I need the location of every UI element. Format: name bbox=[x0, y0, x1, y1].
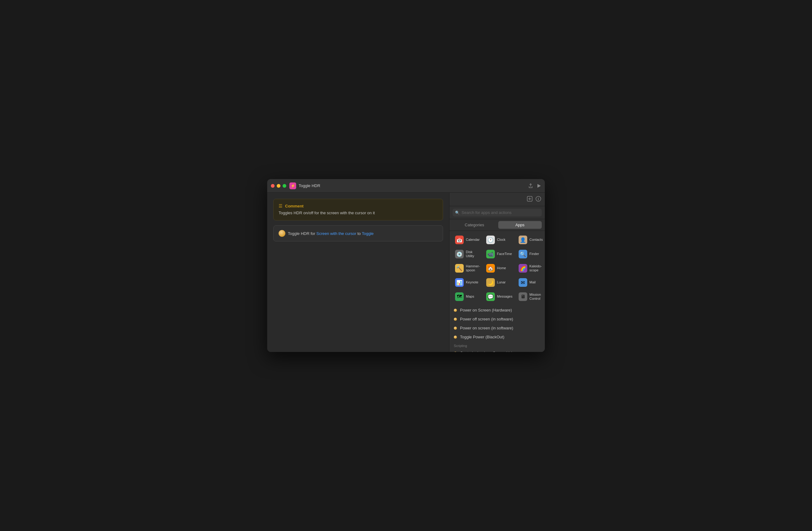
app-cell-label: Maps bbox=[466, 294, 474, 298]
app-cell-label: Home bbox=[497, 266, 506, 270]
actions-list: Power on Screen (Hardware)Power off scre… bbox=[450, 306, 545, 352]
app-cell-label: Mission Control bbox=[530, 293, 543, 301]
app-cell-lunar[interactable]: 🌙 Lunar bbox=[484, 276, 515, 289]
app-cell-finder[interactable]: 🔍 Finder bbox=[516, 248, 545, 261]
app-cell-label: FaceTime bbox=[497, 252, 512, 256]
app-icon-Kaleido-scope: 🌈 bbox=[519, 264, 527, 273]
svg-marker-0 bbox=[537, 184, 541, 188]
right-titlebar bbox=[450, 193, 545, 206]
action-list-item[interactable]: Control a boolean Screen Value bbox=[450, 349, 545, 352]
comment-label: Comment bbox=[285, 204, 304, 208]
search-bar: 🔍 bbox=[450, 206, 545, 219]
app-cell-keynote[interactable]: 📊 Keynote bbox=[453, 276, 482, 289]
action-list-item[interactable]: Power on Screen (Hardware) bbox=[450, 306, 545, 315]
app-icon-Finder: 🔍 bbox=[519, 250, 527, 258]
action-dot bbox=[454, 309, 457, 312]
app-cell-facetime[interactable]: 📹 FaceTime bbox=[484, 248, 515, 261]
app-icon-Maps: 🗺 bbox=[455, 292, 464, 301]
right-panel: 🔍 Categories Apps 📅 Calendar 🕐 Clock 👤 C… bbox=[449, 193, 545, 352]
app-cell-label: Kaleido-scope bbox=[530, 264, 543, 272]
app-cell-messages[interactable]: 💬 Messages bbox=[484, 290, 515, 303]
app-icon-Mission Control: 🖥 bbox=[519, 292, 527, 301]
info-button[interactable] bbox=[536, 196, 541, 203]
action-item-label: Toggle Power (BlackOut) bbox=[460, 335, 504, 339]
app-icon-FaceTime: 📹 bbox=[486, 250, 495, 258]
app-cell-calendar[interactable]: 📅 Calendar bbox=[453, 233, 482, 246]
run-button[interactable] bbox=[537, 184, 541, 188]
app-cell-mail[interactable]: ✉ Mail bbox=[516, 276, 545, 289]
comment-icon: ☰ bbox=[279, 204, 282, 208]
app-cell-label: Contacts bbox=[530, 238, 543, 242]
action-list-item[interactable]: Toggle Power (BlackOut) bbox=[450, 333, 545, 341]
fullscreen-button[interactable] bbox=[282, 184, 286, 188]
comment-block: ☰ Comment Toggles HDR on/off for the scr… bbox=[273, 199, 443, 221]
window-title: Toggle HDR bbox=[299, 183, 528, 188]
main-window: ⚡ Toggle HDR ☰ Comment Toggles HDR on/of… bbox=[267, 179, 545, 352]
comment-header: ☰ Comment bbox=[279, 204, 438, 208]
action-item-label: Power on screen (in software) bbox=[460, 326, 513, 330]
action-dot bbox=[454, 336, 457, 339]
minimize-button[interactable] bbox=[277, 184, 280, 188]
apps-grid: 📅 Calendar 🕐 Clock 👤 Contacts 💿 Disk Uti… bbox=[450, 231, 545, 306]
search-input-wrap[interactable]: 🔍 bbox=[453, 209, 542, 216]
action-list-item[interactable]: Power off screen (in software) bbox=[450, 315, 545, 323]
app-icon: ⚡ bbox=[289, 182, 296, 189]
section-label: Scripting bbox=[450, 341, 545, 349]
app-cell-hammer-spoon[interactable]: 🔨 Hammer-spoon bbox=[453, 262, 482, 275]
app-cell-contacts[interactable]: 👤 Contacts bbox=[516, 233, 545, 246]
action-item-label: Power off screen (in software) bbox=[460, 317, 513, 321]
app-cell-label: Hammer-spoon bbox=[466, 264, 480, 272]
action-list-item[interactable]: Power on screen (in software) bbox=[450, 323, 545, 333]
app-cell-label: Finder bbox=[530, 252, 539, 256]
app-cell-label: Keynote bbox=[466, 280, 478, 284]
share-button[interactable] bbox=[528, 183, 533, 188]
action-description: Toggle HDR for Screen with the cursor to… bbox=[288, 231, 374, 236]
app-icon-Lunar: 🌙 bbox=[486, 278, 495, 287]
action-text-before: Toggle HDR for bbox=[288, 231, 315, 236]
app-cell-label: Clock bbox=[497, 238, 506, 242]
screen-cursor-link[interactable]: Screen with the cursor bbox=[317, 231, 356, 236]
app-cell-maps[interactable]: 🗺 Maps bbox=[453, 290, 482, 303]
app-cell-kaleido-scope[interactable]: 🌈 Kaleido-scope bbox=[516, 262, 545, 275]
app-icon-Keynote: 📊 bbox=[455, 278, 464, 287]
content-area: ☰ Comment Toggles HDR on/off for the scr… bbox=[267, 193, 545, 352]
action-dot bbox=[454, 352, 457, 352]
app-cell-label: Mail bbox=[530, 280, 536, 284]
app-icon-Hammer-spoon: 🔨 bbox=[455, 264, 464, 273]
app-cell-clock[interactable]: 🕐 Clock bbox=[484, 233, 515, 246]
app-icon-Contacts: 👤 bbox=[519, 236, 527, 244]
main-panel: ☰ Comment Toggles HDR on/off for the scr… bbox=[267, 193, 449, 352]
search-input[interactable] bbox=[462, 210, 539, 215]
titlebar: ⚡ Toggle HDR bbox=[267, 179, 545, 193]
add-action-button[interactable] bbox=[527, 196, 533, 203]
action-item-label: Control a boolean Screen Value bbox=[460, 351, 517, 352]
app-cell-mission-control[interactable]: 🖥 Mission Control bbox=[516, 290, 545, 303]
search-icon: 🔍 bbox=[455, 211, 460, 215]
toggle-link[interactable]: Toggle bbox=[362, 231, 374, 236]
action-dot bbox=[454, 327, 457, 330]
tabs: Categories Apps bbox=[450, 219, 545, 231]
app-icon-Messages: 💬 bbox=[486, 292, 495, 301]
app-icon-Home: 🏠 bbox=[486, 264, 495, 273]
app-cell-label: Messages bbox=[497, 294, 512, 298]
comment-text: Toggles HDR on/off for the screen with t… bbox=[279, 210, 438, 216]
app-cell-disk-utility[interactable]: 💿 Disk Utility bbox=[453, 248, 482, 261]
app-icon-Disk Utility: 💿 bbox=[455, 250, 464, 258]
action-item-label: Power on Screen (Hardware) bbox=[460, 308, 512, 312]
tab-categories[interactable]: Categories bbox=[453, 221, 496, 229]
traffic-lights bbox=[271, 184, 286, 188]
tab-apps[interactable]: Apps bbox=[498, 221, 542, 229]
app-cell-label: Calendar bbox=[466, 238, 480, 242]
app-cell-label: Disk Utility bbox=[466, 250, 480, 258]
action-block: Toggle HDR for Screen with the cursor to… bbox=[273, 225, 443, 241]
toggle-hdr-icon bbox=[279, 230, 285, 237]
titlebar-actions bbox=[528, 183, 541, 188]
action-dot bbox=[454, 318, 457, 321]
app-icon-Mail: ✉ bbox=[519, 278, 527, 287]
app-cell-home[interactable]: 🏠 Home bbox=[484, 262, 515, 275]
app-icon-Calendar: 📅 bbox=[455, 236, 464, 244]
close-button[interactable] bbox=[271, 184, 275, 188]
app-icon-Clock: 🕐 bbox=[486, 236, 495, 244]
app-cell-label: Lunar bbox=[497, 280, 506, 284]
action-text-mid: to bbox=[357, 231, 361, 236]
